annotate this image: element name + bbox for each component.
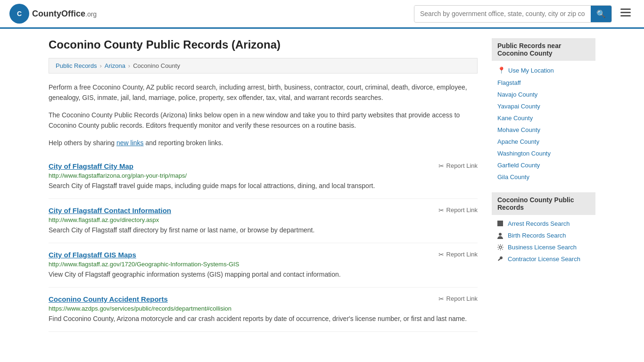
description-2: The Coconino County Public Records (Ariz…: [49, 110, 478, 131]
new-links-link[interactable]: new links: [116, 139, 144, 147]
nearby-link-item: Yavapai County: [492, 100, 595, 112]
square-icon: [497, 221, 504, 227]
wrench-icon: [497, 256, 504, 263]
report-label: Report Link: [446, 162, 478, 169]
record-header: City of Flagstaff GIS Maps ✂ Report Link: [49, 251, 478, 259]
nearby-link[interactable]: Navajo County: [497, 91, 537, 98]
menu-icon[interactable]: [617, 6, 635, 22]
report-label: Report Link: [446, 206, 478, 214]
report-icon: ✂: [438, 162, 444, 170]
breadcrumb: Public Records › Arizona › Coconino Coun…: [49, 58, 478, 74]
svg-rect-3: [620, 12, 631, 13]
breadcrumb-public-records[interactable]: Public Records: [56, 62, 97, 69]
nearby-links-list: FlagstaffNavajo CountyYavapai CountyKane…: [492, 77, 595, 183]
nearby-section: Public Records near Coconino County 📍 Us…: [492, 38, 595, 183]
svg-point-7: [499, 246, 502, 248]
record-item: City of Flagstaff GIS Maps ✂ Report Link…: [49, 243, 478, 288]
report-icon: ✂: [438, 251, 444, 258]
record-url[interactable]: http://www.flagstaff.az.gov/directory.as…: [49, 216, 478, 223]
breadcrumb-current: Coconino County: [133, 62, 180, 69]
svg-text:C: C: [17, 10, 22, 17]
main-container: Coconino County Public Records (Arizona)…: [39, 29, 605, 341]
nearby-link[interactable]: Apache County: [497, 138, 539, 145]
nearby-link-item: Navajo County: [492, 89, 595, 100]
nearby-link[interactable]: Flagstaff: [497, 79, 521, 86]
nearby-link-item: Washington County: [492, 148, 595, 159]
record-url[interactable]: http://www.flagstaffarizona.org/plan-you…: [49, 172, 478, 179]
pub-record-item: Birth Records Search: [492, 230, 595, 241]
use-my-location-item: 📍 Use My Location: [492, 64, 595, 77]
nearby-link-item: Garfield County: [492, 159, 595, 171]
site-header: C CountyOffice.org 🔍: [0, 0, 644, 29]
nearby-link-item: Apache County: [492, 136, 595, 148]
breadcrumb-arizona[interactable]: Arizona: [105, 62, 125, 69]
report-link[interactable]: ✂ Report Link: [438, 251, 478, 258]
record-url[interactable]: http://www.flagstaff.az.gov/1720/Geograp…: [49, 261, 478, 268]
report-link[interactable]: ✂ Report Link: [438, 295, 478, 303]
nearby-link[interactable]: Yavapai County: [497, 103, 540, 110]
record-url[interactable]: https://www.azdps.gov/services/public/re…: [49, 305, 478, 312]
nearby-link[interactable]: Garfield County: [497, 162, 540, 169]
report-label: Report Link: [446, 295, 478, 302]
record-title[interactable]: City of Flagstaff GIS Maps: [49, 251, 136, 259]
description-3: Help others by sharing new links and rep…: [49, 138, 478, 148]
record-item: Coconino County Accident Reports ✂ Repor…: [49, 288, 478, 332]
page-title: Coconino County Public Records (Arizona): [49, 38, 478, 51]
pub-record-item: Arrest Records Search: [492, 218, 595, 230]
nearby-heading: Public Records near Coconino County: [492, 38, 595, 61]
report-icon: ✂: [438, 295, 444, 303]
pub-record-link[interactable]: Contractor License Search: [508, 255, 580, 263]
gear-icon: [497, 244, 504, 251]
svg-rect-5: [497, 221, 503, 226]
breadcrumb-sep-2: ›: [128, 62, 130, 69]
search-icon: 🔍: [596, 10, 606, 18]
nearby-link-item: Mohave County: [492, 124, 595, 136]
svg-rect-2: [620, 8, 631, 10]
record-item: City of Flagstaff Contact Information ✂ …: [49, 199, 478, 243]
record-desc: View City of Flagstaff geographic inform…: [49, 270, 478, 280]
pub-records-heading: Coconino County Public Records: [492, 192, 595, 215]
nearby-link[interactable]: Mohave County: [497, 126, 540, 133]
record-desc: Find Coconino County, Arizona motorcycle…: [49, 314, 478, 324]
nearby-link-item: Flagstaff: [492, 77, 595, 89]
record-item: City of Flagstaff City Map ✂ Report Link…: [49, 155, 478, 199]
search-button[interactable]: 🔍: [591, 6, 611, 22]
pub-record-link[interactable]: Business License Search: [508, 244, 577, 251]
logo-name: CountyOffice: [32, 9, 85, 18]
report-icon: ✂: [438, 206, 444, 214]
pub-record-item: Business License Search: [492, 241, 595, 253]
pub-records-list: Arrest Records Search Birth Records Sear…: [492, 218, 595, 265]
records-list: City of Flagstaff City Map ✂ Report Link…: [49, 155, 478, 332]
breadcrumb-sep-1: ›: [99, 62, 101, 69]
sidebar: Public Records near Coconino County 📍 Us…: [492, 38, 595, 332]
report-label: Report Link: [446, 251, 478, 258]
pub-record-item: Contractor License Search: [492, 253, 595, 265]
person-icon: [497, 232, 504, 239]
nearby-link[interactable]: Washington County: [497, 150, 551, 157]
pub-record-link[interactable]: Arrest Records Search: [508, 220, 570, 227]
record-header: Coconino County Accident Reports ✂ Repor…: [49, 295, 478, 303]
header-right: 🔍: [414, 5, 635, 23]
nearby-link[interactable]: Gila County: [497, 173, 529, 181]
record-title[interactable]: Coconino County Accident Reports: [49, 295, 168, 303]
report-link[interactable]: ✂ Report Link: [438, 162, 478, 170]
pin-icon: 📍: [497, 66, 505, 74]
nearby-link[interactable]: Kane County: [497, 115, 533, 122]
svg-rect-4: [620, 15, 631, 16]
report-link[interactable]: ✂ Report Link: [438, 206, 478, 214]
nearby-link-item: Kane County: [492, 112, 595, 124]
record-desc: Search City of Flagstaff staff directory…: [49, 225, 478, 235]
logo-text: CountyOffice.org: [32, 9, 97, 19]
content-area: Coconino County Public Records (Arizona)…: [49, 38, 478, 332]
record-title[interactable]: City of Flagstaff City Map: [49, 162, 133, 170]
logo-area: C CountyOffice.org: [9, 4, 97, 24]
record-header: City of Flagstaff Contact Information ✂ …: [49, 206, 478, 214]
pub-records-section: Coconino County Public Records Arrest Re…: [492, 192, 595, 265]
nearby-link-item: Gila County: [492, 171, 595, 183]
logo-icon: C: [9, 4, 29, 24]
description-1: Perform a free Coconino County, AZ publi…: [49, 82, 478, 103]
pub-record-link[interactable]: Birth Records Search: [508, 232, 566, 239]
record-title[interactable]: City of Flagstaff Contact Information: [49, 206, 171, 214]
search-input[interactable]: [414, 6, 591, 21]
use-my-location-link[interactable]: Use My Location: [508, 67, 554, 74]
